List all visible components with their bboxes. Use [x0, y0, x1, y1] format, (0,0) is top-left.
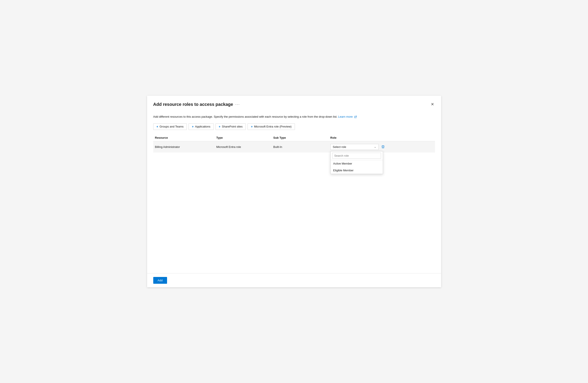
table-row: Billing Administrator Microsoft Entra ro…	[153, 141, 435, 153]
select-role-label: Select role	[333, 145, 346, 149]
close-icon: ✕	[431, 102, 434, 107]
dialog-footer: Add	[147, 273, 441, 287]
chevron-down-icon: ⌄	[374, 145, 376, 148]
close-button[interactable]: ✕	[430, 101, 435, 108]
column-type: Type	[215, 136, 272, 139]
dialog-body: Add different resources to this access p…	[147, 111, 441, 273]
resources-table: Resource Type Sub Type Role Billing Admi…	[153, 134, 435, 153]
sharepoint-sites-label: SharePoint sites	[222, 125, 243, 128]
trash-icon	[381, 145, 385, 149]
entra-role-label: Microsoft Entra role (Preview)	[254, 125, 292, 128]
add-confirm-button[interactable]: Add	[153, 277, 167, 284]
delete-row-button[interactable]	[380, 144, 386, 149]
plus-icon: +	[157, 125, 158, 128]
dropdown-search-container	[331, 151, 383, 160]
resource-sub-type: Built-In	[272, 144, 329, 149]
role-dropdown-panel: Active Member Eligible Member	[330, 151, 383, 174]
dialog-header: Add resource roles to access package ···…	[147, 96, 441, 111]
sharepoint-sites-button[interactable]: + SharePoint sites	[215, 123, 246, 130]
dialog-title-row: Add resource roles to access package ···	[153, 102, 240, 107]
applications-label: Applications	[195, 125, 210, 128]
plus-icon: +	[251, 125, 252, 128]
column-sub-type: Sub Type	[272, 136, 329, 139]
resource-type-buttons: + Groups and Teams + Applications + Shar…	[153, 123, 435, 130]
groups-and-teams-button[interactable]: + Groups and Teams	[153, 123, 187, 130]
more-options-icon[interactable]: ···	[235, 102, 240, 107]
dropdown-item-active-member[interactable]: Active Member	[331, 160, 383, 167]
external-link-icon	[354, 116, 357, 118]
plus-icon: +	[219, 125, 221, 128]
column-role: Role	[329, 136, 435, 139]
groups-and-teams-label: Groups and Teams	[160, 125, 184, 128]
entra-role-button[interactable]: + Microsoft Entra role (Preview)	[248, 123, 295, 130]
table-header: Resource Type Sub Type Role	[153, 134, 435, 141]
resource-name: Billing Administrator	[153, 144, 215, 149]
dialog-title: Add resource roles to access package	[153, 102, 233, 107]
dropdown-item-eligible-member[interactable]: Eligible Member	[331, 167, 383, 174]
role-cell: Select role ⌄ Active Me	[329, 143, 435, 151]
search-role-input[interactable]	[332, 153, 381, 159]
column-resource: Resource	[153, 136, 215, 139]
plus-icon: +	[192, 125, 194, 128]
description: Add different resources to this access p…	[153, 115, 435, 119]
select-role-dropdown[interactable]: Select role ⌄	[330, 144, 379, 150]
add-resource-roles-dialog: Add resource roles to access package ···…	[147, 96, 441, 287]
learn-more-link[interactable]: Learn more	[338, 115, 357, 118]
resource-type: Microsoft Entra role	[215, 144, 272, 149]
applications-button[interactable]: + Applications	[189, 123, 213, 130]
